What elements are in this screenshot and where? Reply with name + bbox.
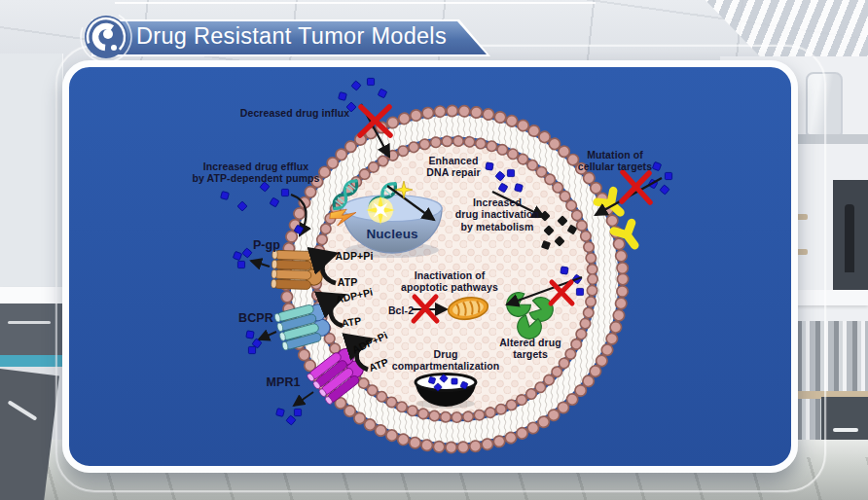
label-compartmentalization: Drug compartmentalization [392, 348, 500, 373]
label-bcpr: BCPR [238, 311, 273, 326]
drawer-handle [833, 428, 858, 432]
label-adp-pgp: ADP+Pi [336, 250, 374, 262]
label-decreased-influx: Decreased drug influx [240, 107, 349, 119]
lab-cabinet-left [0, 304, 62, 358]
cell-lens-logo-icon [78, 8, 134, 64]
dark-bottle [845, 204, 854, 272]
label-apoptotic-inactivation: Inactivation of apoptotic pathways [401, 269, 498, 294]
cabinet-handle [8, 321, 51, 324]
label-atp-pgp: ATP [338, 276, 358, 288]
label-mutation-targets: Mutation of cellular targets [578, 149, 652, 173]
label-altered-targets: Altered drug targets [499, 337, 561, 361]
page-title: Drug Resistant Tumor Models [136, 23, 447, 50]
slide-stage: Drug Resistant Tumor Models [0, 0, 868, 500]
teal-baseboard [0, 355, 62, 367]
label-nucleus: Nucleus [366, 227, 417, 242]
label-pgp: P-gp [253, 238, 280, 253]
diagram-panel [62, 60, 798, 473]
label-bcl2: Bcl-2 [388, 304, 414, 316]
lab-counter-left [0, 287, 62, 304]
decor-line [115, 2, 596, 4]
lab-wall-left [0, 54, 63, 306]
label-enhanced-repair: Enhanced DNA repair [426, 155, 480, 179]
label-increased-efflux: Increased drug efflux by ATP-dependent p… [192, 161, 319, 185]
label-drug-inactivation: Increased drug inactivation by metabolis… [455, 196, 539, 232]
label-mpr1: MPR1 [266, 375, 300, 390]
